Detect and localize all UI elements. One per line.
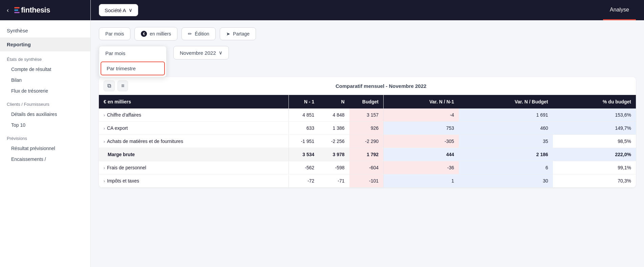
- company-chevron: ∨: [129, 7, 132, 13]
- table-row-label-3: Marge brute: [99, 148, 288, 161]
- cell-var-nbudget-1: 460: [459, 122, 553, 135]
- sidebar-item-details-auxiliaires[interactable]: Détails des auxiliaires: [0, 109, 90, 120]
- mid-table: N - 1 N Budget 4 8514 8483 1576331 38692…: [288, 95, 383, 188]
- table-wrapper: € en milliers ›Chiffre d'affaires›CA exp…: [99, 95, 636, 188]
- dropdown-item-par-mois[interactable]: Par mois: [99, 46, 166, 60]
- expand-icon: ›: [104, 113, 105, 118]
- sidebar-item-reporting[interactable]: Reporting: [0, 38, 90, 51]
- table-sort-btn[interactable]: ≡: [117, 80, 128, 91]
- sidebar-item-compte-resultat[interactable]: Compte de résultat: [0, 64, 90, 75]
- cell-var-nbudget-5: 30: [459, 174, 553, 188]
- table-cell-5-n: -71: [319, 174, 349, 188]
- expand-icon: ›: [104, 139, 105, 144]
- date-label: Novembre 2022: [180, 50, 216, 56]
- cell-var-nm1-0: -4: [384, 108, 459, 122]
- expand-icon: ›: [104, 166, 105, 170]
- cell-var-nm1-1: 753: [384, 122, 459, 135]
- dropdown-menu: Par mois Par trimestre: [99, 46, 167, 77]
- company-selector[interactable]: Société A ∨: [99, 4, 138, 16]
- dropdown-item-par-trimestre[interactable]: Par trimestre: [101, 62, 165, 75]
- sidebar-section-etats: États de synthèse: [0, 51, 90, 64]
- logo-bar-blue: [14, 9, 18, 11]
- back-button[interactable]: ‹: [7, 7, 11, 14]
- table-cell-3-n: 3 978: [319, 148, 349, 161]
- cell-var-nm1-4: -36: [384, 161, 459, 174]
- sidebar-header: ‹ finthesis: [0, 0, 90, 20]
- sidebar: ‹ finthesis Synthèse Reporting États de …: [0, 0, 91, 267]
- topbar: Société A ∨ Analyse: [91, 0, 644, 20]
- btn-partage[interactable]: ➤ Partage: [220, 27, 256, 40]
- partage-icon: ➤: [226, 31, 230, 37]
- table-copy-btn[interactable]: ⧉: [104, 80, 115, 91]
- logo-icon: finthesis: [14, 6, 50, 15]
- dropdown-area: Par mois Par trimestre Novembre 2022 ∨: [99, 46, 636, 73]
- cell-var-nm1-3: 444: [384, 148, 459, 161]
- edition-icon: ✏: [188, 31, 192, 37]
- cell-pct-2: 98,5%: [553, 135, 636, 148]
- cell-pct-4: 99,1%: [553, 161, 636, 174]
- sidebar-nav: Synthèse Reporting États de synthèse Com…: [0, 20, 90, 168]
- main-content: Société A ∨ Analyse Par mois € en millie…: [91, 0, 644, 267]
- table-cell-4-n: -598: [319, 161, 349, 174]
- table-cell-1-budget: 926: [349, 122, 383, 135]
- right-table: Var. N / N-1 Var. N / Budget % du budget…: [383, 95, 636, 188]
- header-var-n-budget: Var. N / Budget: [459, 95, 553, 108]
- cell-var-nbudget-2: 35: [459, 135, 553, 148]
- sidebar-item-synthese[interactable]: Synthèse: [0, 24, 90, 38]
- cell-var-nbudget-0: 1 691: [459, 108, 553, 122]
- header-n: N: [319, 95, 349, 108]
- table-cell-3-budget: 1 792: [349, 148, 383, 161]
- sidebar-item-flux-tresorerie[interactable]: Flux de trésorerie: [0, 86, 90, 96]
- expand-icon: ›: [104, 126, 105, 131]
- header-pct-budget: % du budget: [553, 95, 636, 108]
- content-area: Par mois € en milliers ✏ Édition ➤ Parta…: [91, 20, 644, 267]
- btn-par-mois[interactable]: Par mois: [99, 27, 130, 40]
- header-var-n-nm1: Var. N / N-1: [384, 95, 459, 108]
- header-label: € en milliers: [99, 95, 288, 108]
- logo-bar-red: [14, 7, 20, 8]
- cell-pct-3: 222,0%: [553, 148, 636, 161]
- sidebar-item-encaissements[interactable]: Encaissements /: [0, 154, 90, 165]
- btn-edition[interactable]: ✏ Édition: [181, 27, 216, 40]
- cell-pct-1: 149,7%: [553, 122, 636, 135]
- cell-pct-5: 70,3%: [553, 174, 636, 188]
- cell-var-nbudget-3: 2 186: [459, 148, 553, 161]
- table-row-label-1: ›CA export: [99, 122, 288, 135]
- app-name: finthesis: [21, 6, 50, 15]
- table-row-label-5: ›Impôts et taxes: [99, 174, 288, 188]
- header-n-minus-1: N - 1: [289, 95, 319, 108]
- sidebar-item-resultat-previsionnel[interactable]: Résultat prévisionnel: [0, 143, 90, 154]
- logo-bar-purple: [14, 12, 20, 13]
- cell-var-nm1-5: 1: [384, 174, 459, 188]
- topbar-tabs: Analyse: [603, 0, 636, 20]
- table-cell-3-n_minus_1: 3 534: [289, 148, 319, 161]
- table-cell-4-budget: -604: [349, 161, 383, 174]
- toolbar: Par mois € en milliers ✏ Édition ➤ Parta…: [99, 27, 636, 41]
- table-cell-1-n: 1 386: [319, 122, 349, 135]
- table-cell-2-n_minus_1: -1 951: [289, 135, 319, 148]
- table-cell-1-n_minus_1: 633: [289, 122, 319, 135]
- table-row-label-4: ›Frais de personnel: [99, 161, 288, 174]
- table-cell-2-budget: -2 290: [349, 135, 383, 148]
- cell-pct-0: 153,6%: [553, 108, 636, 122]
- table-cell-5-n_minus_1: -72: [289, 174, 319, 188]
- sidebar-section-previsions: Prévisions: [0, 130, 90, 143]
- left-table: € en milliers ›Chiffre d'affaires›CA exp…: [99, 95, 288, 188]
- sidebar-section-clients: Clients / Fournisseurs: [0, 96, 90, 109]
- milliers-icon: €: [141, 31, 147, 37]
- table-row-label-2: ›Achats de matières et de fournitures: [99, 135, 288, 148]
- data-table-section: ⧉ ≡ Comparatif mensuel - Novembre 2022 €…: [99, 77, 636, 188]
- cell-var-nbudget-4: 6: [459, 161, 553, 174]
- date-chevron: ∨: [219, 50, 222, 56]
- table-cell-4-n_minus_1: -562: [289, 161, 319, 174]
- sidebar-item-top10[interactable]: Top 10: [0, 120, 90, 130]
- expand-icon: ›: [104, 179, 105, 184]
- btn-en-milliers[interactable]: € en milliers: [134, 27, 177, 41]
- date-selector[interactable]: Novembre 2022 ∨: [173, 46, 229, 59]
- cell-var-nm1-2: -305: [384, 135, 459, 148]
- tab-analyse[interactable]: Analyse: [603, 0, 636, 20]
- table-cell-0-n: 4 848: [319, 108, 349, 122]
- sidebar-item-bilan[interactable]: Bilan: [0, 75, 90, 86]
- header-budget: Budget: [349, 95, 383, 108]
- table-row-label-0: ›Chiffre d'affaires: [99, 108, 288, 122]
